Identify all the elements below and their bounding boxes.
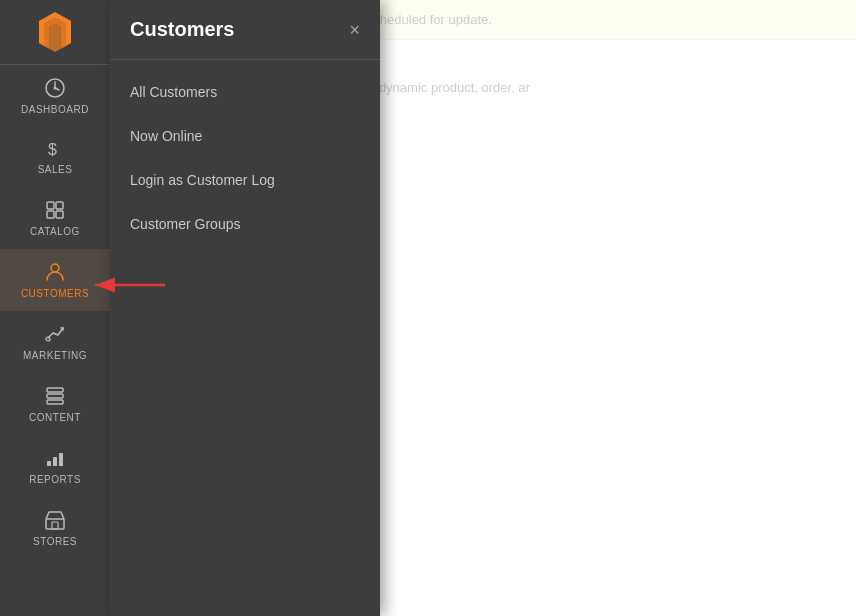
svg-rect-17 <box>59 453 63 466</box>
sidebar-item-reports-label: REPORTS <box>29 474 81 485</box>
svg-rect-12 <box>47 388 63 392</box>
svg-text:$: $ <box>48 141 57 158</box>
sidebar-item-customers-label: CUSTOMERS <box>21 288 89 299</box>
svg-marker-2 <box>50 24 61 52</box>
svg-point-4 <box>54 87 57 90</box>
sidebar-item-catalog-label: CATALOG <box>30 226 80 237</box>
svg-rect-9 <box>56 211 63 218</box>
dashboard-icon <box>44 77 66 99</box>
sidebar-item-dashboard-label: DASHBOARD <box>21 104 89 115</box>
dropdown-header: Customers × <box>110 0 380 60</box>
sidebar-logo <box>0 0 110 65</box>
svg-rect-13 <box>47 394 63 398</box>
sidebar-item-content[interactable]: CONTENT <box>0 373 110 435</box>
customers-icon <box>44 261 66 283</box>
sidebar-item-dashboard[interactable]: DASHBOARD <box>0 65 110 127</box>
sidebar-item-sales[interactable]: $ SALES <box>0 127 110 187</box>
dropdown-item-login-as-customer-log[interactable]: Login as Customer Log <box>110 158 380 202</box>
sidebar-item-stores[interactable]: STORES <box>0 497 110 559</box>
sidebar-item-stores-label: STORES <box>33 536 77 547</box>
dropdown-items-list: All Customers Now Online Login as Custom… <box>110 60 380 256</box>
sidebar-item-reports[interactable]: REPORTS <box>0 435 110 497</box>
svg-rect-15 <box>47 461 51 466</box>
reports-icon <box>44 447 66 469</box>
sidebar-item-catalog[interactable]: CATALOG <box>0 187 110 249</box>
svg-rect-8 <box>47 211 54 218</box>
svg-rect-14 <box>47 400 63 404</box>
dropdown-item-now-online[interactable]: Now Online <box>110 114 380 158</box>
stores-icon <box>44 509 66 531</box>
magento-logo-icon <box>33 10 77 54</box>
sidebar-item-sales-label: SALES <box>38 164 73 175</box>
svg-point-10 <box>51 264 59 272</box>
app-wrapper: DASHBOARD $ SALES CATALOG <box>0 0 856 616</box>
dropdown-item-customer-groups[interactable]: Customer Groups <box>110 202 380 246</box>
content-icon <box>44 385 66 407</box>
dropdown-item-all-customers[interactable]: All Customers <box>110 70 380 114</box>
svg-rect-6 <box>47 202 54 209</box>
sales-icon: $ <box>45 139 65 159</box>
close-button[interactable]: × <box>349 21 360 39</box>
svg-rect-7 <box>56 202 63 209</box>
svg-rect-16 <box>53 457 57 466</box>
sidebar-item-content-label: CONTENT <box>29 412 81 423</box>
catalog-icon <box>44 199 66 221</box>
dropdown-title: Customers <box>130 18 234 41</box>
arrow-indicator <box>85 265 175 309</box>
svg-rect-18 <box>46 519 64 529</box>
marketing-icon <box>44 323 66 345</box>
sidebar-item-marketing[interactable]: MARKETING <box>0 311 110 373</box>
svg-rect-19 <box>52 522 58 529</box>
sidebar-item-marketing-label: MARKETING <box>23 350 87 361</box>
